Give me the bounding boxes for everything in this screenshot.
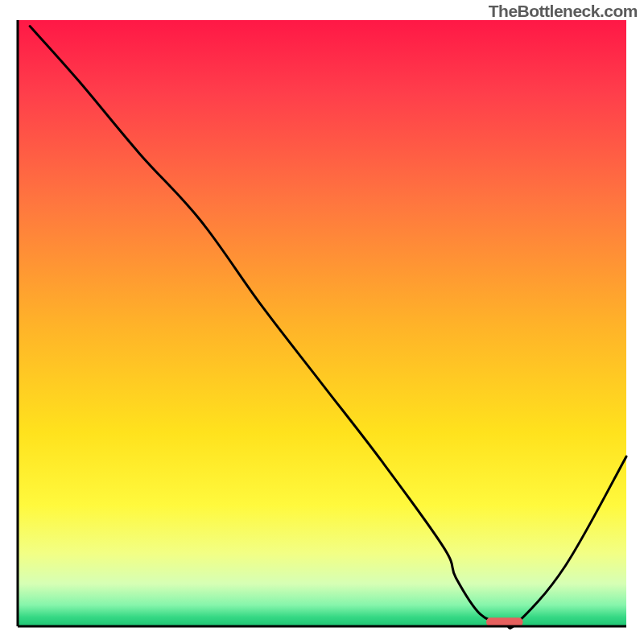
- watermark-text: TheBottleneck.com: [489, 2, 638, 21]
- bottleneck-chart: TheBottleneck.com: [0, 0, 644, 644]
- plot-background: [18, 20, 626, 626]
- chart-svg: [0, 0, 644, 644]
